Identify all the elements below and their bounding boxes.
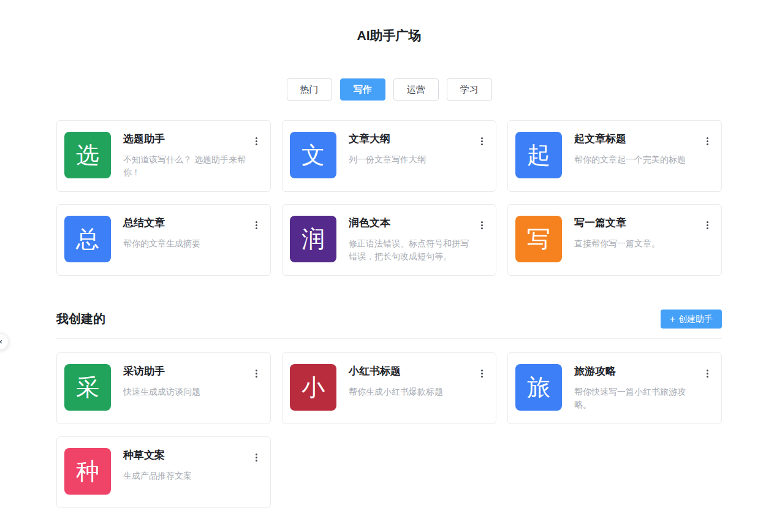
assistant-description: 列一份文章写作大纲 bbox=[349, 153, 426, 166]
more-options-button[interactable] bbox=[700, 133, 714, 149]
card-body: 润色文本修正语法错误、标点符号和拼写错误，把长句改成短句等。 bbox=[349, 216, 474, 264]
more-options-button[interactable] bbox=[475, 217, 488, 233]
assistant-avatar-char: 总 bbox=[76, 227, 99, 251]
assistant-title: 润色文本 bbox=[349, 217, 474, 229]
create-assistant-label: 创建助手 bbox=[678, 314, 713, 325]
more-options-button[interactable] bbox=[249, 365, 263, 381]
card-body: 采访助手快速生成成访谈问题 bbox=[123, 364, 200, 412]
tab-bar: 热门写作运营学习 bbox=[56, 78, 722, 101]
kebab-icon bbox=[251, 137, 262, 145]
assistant-description: 帮你的文章起一个完美的标题 bbox=[574, 153, 686, 166]
kebab-icon bbox=[476, 221, 487, 229]
assistant-description: 不知道该写什么？ 选题助手来帮你！ bbox=[123, 153, 249, 179]
more-options-button[interactable] bbox=[249, 217, 263, 233]
more-options-button[interactable] bbox=[249, 449, 263, 465]
plaza-card-grid: 选选题助手不知道该写什么？ 选题助手来帮你！文文章大纲列一份文章写作大纲起起文章… bbox=[56, 120, 722, 276]
tab-hot[interactable]: 热门 bbox=[287, 78, 332, 101]
kebab-icon bbox=[251, 370, 262, 378]
more-options-button[interactable] bbox=[475, 365, 488, 381]
assistant-avatar: 润 bbox=[290, 216, 336, 262]
assistant-title: 写一篇文章 bbox=[574, 217, 660, 229]
assistant-avatar: 起 bbox=[515, 132, 562, 178]
card-body: 种草文案生成产品推荐文案 bbox=[123, 448, 192, 496]
tab-writing[interactable]: 写作 bbox=[340, 78, 385, 101]
assistant-card[interactable]: 总总结文章帮你的文章生成摘要 bbox=[56, 204, 271, 276]
assistant-description: 帮你的文章生成摘要 bbox=[123, 237, 200, 250]
kebab-icon bbox=[702, 221, 713, 229]
assistant-card[interactable]: 采采访助手快速生成成访谈问题 bbox=[56, 352, 271, 424]
assistant-avatar: 文 bbox=[290, 132, 336, 178]
more-options-button[interactable] bbox=[700, 365, 714, 381]
more-options-button[interactable] bbox=[700, 217, 714, 233]
kebab-icon bbox=[251, 454, 262, 462]
assistant-card[interactable]: 选选题助手不知道该写什么？ 选题助手来帮你！ bbox=[56, 120, 271, 192]
assistant-title: 种草文案 bbox=[123, 449, 192, 462]
assistant-avatar-char: 文 bbox=[301, 143, 325, 167]
assistant-title: 小红书标题 bbox=[349, 365, 443, 378]
assistant-avatar-char: 选 bbox=[76, 143, 99, 167]
my-card-grid: 采采访助手快速生成成访谈问题小小红书标题帮你生成小红书爆款标题旅旅游攻略帮你快速… bbox=[56, 352, 722, 508]
assistant-title: 文章大纲 bbox=[349, 133, 426, 145]
page-title: AI助手广场 bbox=[56, 27, 722, 44]
assistant-title: 选题助手 bbox=[123, 133, 249, 145]
assistant-avatar: 采 bbox=[64, 364, 111, 411]
card-body: 选题助手不知道该写什么？ 选题助手来帮你！ bbox=[123, 132, 249, 180]
assistant-title: 总结文章 bbox=[123, 217, 200, 229]
more-options-button[interactable] bbox=[249, 133, 263, 149]
card-body: 起文章标题帮你的文章起一个完美的标题 bbox=[574, 132, 686, 180]
create-assistant-button[interactable]: + 创建助手 bbox=[661, 310, 722, 329]
assistant-card[interactable]: 小小红书标题帮你生成小红书爆款标题 bbox=[282, 352, 496, 424]
kebab-icon bbox=[476, 137, 487, 145]
assistant-title: 采访助手 bbox=[123, 365, 200, 378]
assistant-avatar-char: 起 bbox=[527, 143, 550, 167]
assistant-description: 快速生成成访谈问题 bbox=[123, 386, 200, 398]
assistant-description: 直接帮你写一篇文章。 bbox=[574, 237, 660, 250]
assistant-title: 起文章标题 bbox=[574, 133, 686, 145]
assistant-description: 生成产品推荐文案 bbox=[123, 469, 192, 482]
sidebar-collapse-button[interactable]: × bbox=[0, 333, 9, 350]
section-divider bbox=[56, 338, 722, 339]
assistant-card[interactable]: 种种草文案生成产品推荐文案 bbox=[56, 436, 271, 508]
tab-operation[interactable]: 运营 bbox=[393, 78, 439, 101]
assistant-avatar: 写 bbox=[515, 216, 562, 262]
assistant-card[interactable]: 起起文章标题帮你的文章起一个完美的标题 bbox=[507, 120, 722, 192]
kebab-icon bbox=[251, 221, 262, 229]
assistant-card[interactable]: 旅旅游攻略帮你快速写一篇小红书旅游攻略。 bbox=[507, 352, 722, 424]
assistant-card[interactable]: 润润色文本修正语法错误、标点符号和拼写错误，把长句改成短句等。 bbox=[282, 204, 496, 276]
assistant-avatar-char: 小 bbox=[301, 376, 325, 399]
close-icon: × bbox=[0, 338, 2, 346]
assistant-avatar: 小 bbox=[290, 364, 336, 411]
kebab-icon bbox=[476, 370, 487, 378]
tab-study[interactable]: 学习 bbox=[447, 78, 492, 101]
assistant-avatar-char: 写 bbox=[527, 227, 550, 251]
card-body: 文章大纲列一份文章写作大纲 bbox=[349, 132, 426, 180]
card-body: 写一篇文章直接帮你写一篇文章。 bbox=[574, 216, 660, 264]
assistant-title: 旅游攻略 bbox=[574, 365, 700, 378]
assistant-avatar: 总 bbox=[64, 216, 111, 262]
assistant-avatar: 选 bbox=[64, 132, 111, 178]
assistant-description: 帮你生成小红书爆款标题 bbox=[349, 386, 443, 398]
card-body: 总结文章帮你的文章生成摘要 bbox=[123, 216, 200, 264]
assistant-avatar: 种 bbox=[64, 448, 111, 495]
assistant-avatar-char: 润 bbox=[301, 227, 325, 251]
assistant-description: 修正语法错误、标点符号和拼写错误，把长句改成短句等。 bbox=[349, 237, 474, 263]
assistant-avatar-char: 种 bbox=[76, 460, 99, 483]
assistant-avatar: 旅 bbox=[515, 364, 562, 411]
assistant-card[interactable]: 写写一篇文章直接帮你写一篇文章。 bbox=[507, 204, 722, 276]
kebab-icon bbox=[702, 137, 713, 145]
section-title: 我创建的 bbox=[56, 311, 105, 327]
assistant-plaza-page: AI助手广场 热门写作运营学习 选选题助手不知道该写什么？ 选题助手来帮你！文文… bbox=[56, 27, 722, 508]
card-body: 旅游攻略帮你快速写一篇小红书旅游攻略。 bbox=[574, 364, 700, 412]
assistant-avatar-char: 采 bbox=[76, 376, 99, 399]
assistant-card[interactable]: 文文章大纲列一份文章写作大纲 bbox=[282, 120, 496, 192]
kebab-icon bbox=[702, 370, 713, 378]
plus-icon: + bbox=[670, 314, 675, 324]
assistant-description: 帮你快速写一篇小红书旅游攻略。 bbox=[574, 386, 700, 411]
my-created-section-header: 我创建的 + 创建助手 bbox=[56, 310, 722, 329]
assistant-avatar-char: 旅 bbox=[527, 376, 550, 399]
card-body: 小红书标题帮你生成小红书爆款标题 bbox=[349, 364, 443, 412]
more-options-button[interactable] bbox=[475, 133, 488, 149]
